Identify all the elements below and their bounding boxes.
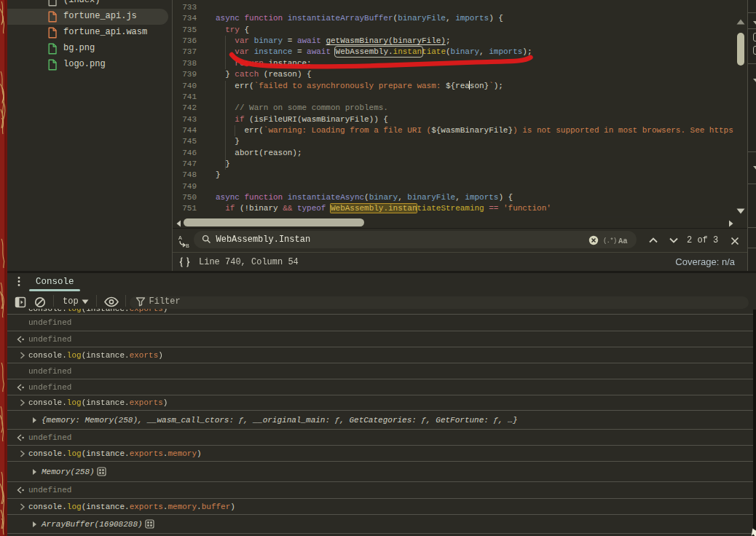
svg-text:B: B <box>186 243 189 248</box>
svg-text:A: A <box>178 234 182 241</box>
